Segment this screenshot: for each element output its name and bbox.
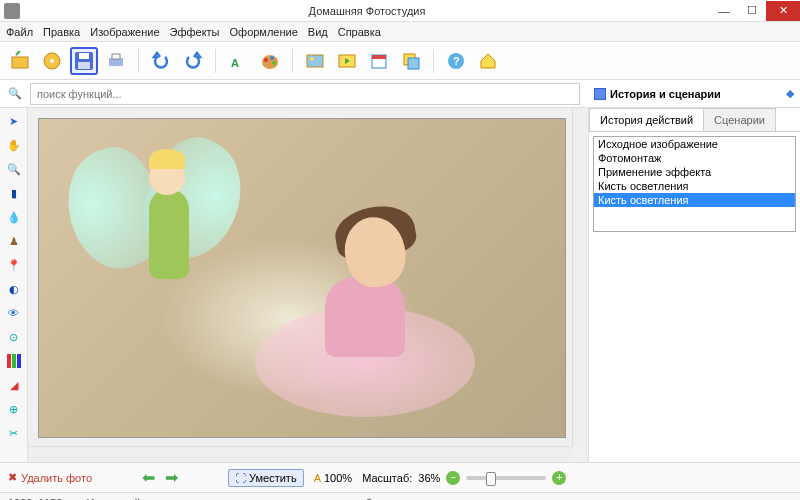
svg-rect-22 [7, 354, 11, 368]
picture-icon[interactable] [301, 47, 329, 75]
print-icon[interactable] [102, 47, 130, 75]
zoom-out-button[interactable]: − [446, 471, 460, 485]
x-icon: ✖ [8, 471, 17, 484]
rgb-tool-icon[interactable] [5, 352, 23, 370]
vertical-scrollbar[interactable] [572, 108, 588, 446]
redo-icon[interactable] [179, 47, 207, 75]
svg-rect-0 [12, 57, 28, 68]
heal-tool-icon[interactable]: ⊕ [5, 400, 23, 418]
side-tabs: История действий Сценарии [589, 108, 800, 132]
zoom-100-button[interactable]: A 100% [314, 472, 352, 484]
zoom-controls: Масштаб: 36% − + [362, 471, 566, 485]
history-item[interactable]: Фотомонтаж [594, 151, 795, 165]
scale-label: Масштаб: [362, 472, 412, 484]
crop-tool-icon[interactable]: ✂ [5, 424, 23, 442]
svg-point-12 [272, 61, 276, 65]
search-input[interactable] [30, 83, 580, 105]
undo-icon[interactable] [147, 47, 175, 75]
search-row: 🔍 История и сценарии ◆ [0, 80, 800, 108]
fit-icon: ⛶ [235, 472, 246, 484]
eye-tool-icon[interactable]: 👁 [5, 304, 23, 322]
svg-rect-13 [307, 55, 323, 67]
layers-icon[interactable] [397, 47, 425, 75]
minimize-button[interactable]: — [710, 1, 738, 21]
slideshow-icon[interactable] [333, 47, 361, 75]
image-dimensions: 1900x1150 [8, 497, 62, 501]
search-icon: 🔍 [6, 87, 24, 100]
zoom-in-button[interactable]: + [552, 471, 566, 485]
svg-rect-7 [112, 54, 120, 59]
svg-rect-24 [17, 354, 21, 368]
app-icon [4, 3, 20, 19]
delete-photo-button[interactable]: ✖ Удалить фото [8, 471, 92, 484]
svg-rect-23 [12, 354, 16, 368]
svg-text:A: A [231, 57, 239, 69]
horizontal-scrollbar[interactable] [28, 446, 572, 462]
text-a-icon: A [314, 472, 321, 484]
canvas[interactable] [38, 118, 566, 438]
status-hint: Используйте колесо прокрутки для изменен… [86, 497, 377, 501]
zoom-tool-icon[interactable]: 🔍 [5, 160, 23, 178]
tab-history[interactable]: История действий [589, 108, 704, 131]
history-item[interactable]: Исходное изображение [594, 137, 795, 151]
svg-rect-4 [79, 53, 89, 59]
window-controls: — ☐ ✕ [710, 1, 800, 21]
next-arrow-icon[interactable]: ➡ [165, 468, 178, 487]
fit-button[interactable]: ⛶ Уместить [228, 469, 304, 487]
girl-subject [255, 187, 475, 417]
side-panel-header[interactable]: История и сценарии ◆ [594, 87, 794, 100]
cd-icon[interactable] [38, 47, 66, 75]
window-title: Домашняя Фотостудия [24, 5, 710, 17]
zoom-100-label: 100% [324, 472, 352, 484]
svg-rect-5 [78, 62, 90, 69]
open-icon[interactable] [6, 47, 34, 75]
text-icon[interactable]: A [224, 47, 252, 75]
history-item[interactable]: Применение эффекта [594, 165, 795, 179]
close-button[interactable]: ✕ [766, 1, 800, 21]
menu-view[interactable]: Вид [308, 26, 328, 38]
zoom-slider[interactable] [466, 476, 546, 480]
history-item[interactable]: Кисть осветления [594, 179, 795, 193]
prev-arrow-icon[interactable]: ⬅ [142, 468, 155, 487]
menu-image[interactable]: Изображение [90, 26, 159, 38]
menu-file[interactable]: Файл [6, 26, 33, 38]
save-icon[interactable] [70, 47, 98, 75]
main-toolbar: A ? [0, 42, 800, 80]
side-panel: История действий Сценарии Исходное изобр… [588, 108, 800, 462]
svg-rect-19 [408, 58, 419, 69]
svg-point-2 [50, 59, 54, 63]
panel-indicator-icon [594, 88, 606, 100]
menu-effects[interactable]: Эффекты [170, 26, 220, 38]
titlebar: Домашняя Фотостудия — ☐ ✕ [0, 0, 800, 22]
bottom-bar: ✖ Удалить фото ⬅ ➡ ⛶ Уместить A 100% Мас… [0, 462, 800, 492]
maximize-button[interactable]: ☐ [738, 1, 766, 21]
menu-help[interactable]: Справка [338, 26, 381, 38]
menu-design[interactable]: Оформление [230, 26, 298, 38]
hand-tool-icon[interactable]: ✋ [5, 136, 23, 154]
main-area: ➤ ✋ 🔍 ▮ 💧 ♟ 📍 ◐ 👁 ⊙ ◢ ⊕ ✂ История де [0, 108, 800, 462]
contrast-tool-icon[interactable]: ◐ [5, 280, 23, 298]
svg-text:?: ? [453, 55, 460, 67]
drop-tool-icon[interactable]: 💧 [5, 208, 23, 226]
tab-scenarios[interactable]: Сценарии [703, 108, 776, 131]
home-icon[interactable] [474, 47, 502, 75]
svg-rect-17 [372, 55, 386, 59]
pointer-tool-icon[interactable]: ➤ [5, 112, 23, 130]
help-icon[interactable]: ? [442, 47, 470, 75]
side-panel-title: История и сценарии [610, 88, 721, 100]
calendar-icon[interactable] [365, 47, 393, 75]
palette-icon[interactable] [256, 47, 284, 75]
scale-value: 36% [418, 472, 440, 484]
brush-tool-icon[interactable]: ▮ [5, 184, 23, 202]
canvas-area [28, 108, 588, 462]
levels-tool-icon[interactable]: ◢ [5, 376, 23, 394]
collapse-icon[interactable]: ◆ [786, 87, 794, 100]
menu-edit[interactable]: Правка [43, 26, 80, 38]
history-item-selected[interactable]: Кисть осветления [594, 193, 795, 207]
stamp-tool-icon[interactable]: ♟ [5, 232, 23, 250]
pin-tool-icon[interactable]: 📍 [5, 256, 23, 274]
fit-label: Уместить [249, 472, 297, 484]
left-toolbox: ➤ ✋ 🔍 ▮ 💧 ♟ 📍 ◐ 👁 ⊙ ◢ ⊕ ✂ [0, 108, 28, 462]
status-bar: 1900x1150 Используйте колесо прокрутки д… [0, 492, 800, 500]
swirl-tool-icon[interactable]: ⊙ [5, 328, 23, 346]
